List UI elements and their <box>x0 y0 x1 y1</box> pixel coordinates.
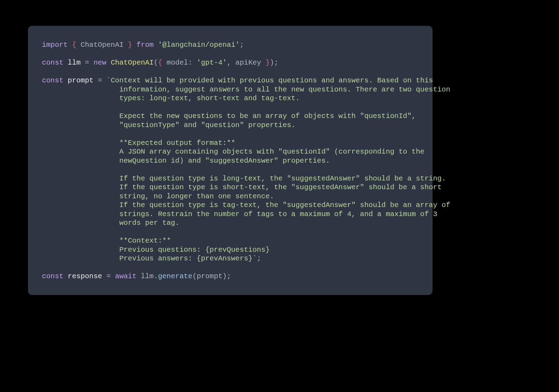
prompt-text: Expect the new questions to be an array … <box>42 112 416 120</box>
prompt-text: newQuestion id) and "suggestedAnswer" pr… <box>42 157 330 165</box>
kw-await: await <box>115 272 137 280</box>
prop-model: model <box>167 59 188 67</box>
prompt-text: **Expected output format:** <box>42 139 235 147</box>
code-line: const llm = new ChatOpenAI({ model: 'gpt… <box>42 59 278 67</box>
code-panel: import { ChatOpenAI } from '@langchain/o… <box>28 26 433 295</box>
prompt-text: strings. Restrain the number of tags to … <box>42 210 437 218</box>
op-eq: = <box>107 272 111 280</box>
brace-close: } <box>128 41 132 49</box>
kw-import: import <box>42 41 68 49</box>
var-llm: llm <box>68 59 81 67</box>
colon: : <box>188 59 192 67</box>
lparen: ( <box>193 272 197 280</box>
brace-open: { <box>72 41 76 49</box>
semicolon: ; <box>257 254 261 262</box>
import-name: ChatOpenAI <box>81 41 124 49</box>
prop-apikey: apiKey <box>235 59 261 67</box>
kw-from: from <box>137 41 154 49</box>
code-line: Previous answers: {prevAnswers}`; <box>42 254 261 262</box>
obj-llm: llm <box>141 272 154 280</box>
prompt-text: Previous questions: {prevQuestions} <box>42 246 270 254</box>
lparen: ( <box>154 59 158 67</box>
prompt-text: **Context:** <box>42 237 171 245</box>
prompt-text: words per tag. <box>42 219 180 227</box>
arg-prompt: prompt <box>197 272 223 280</box>
prompt-text: information, suggest answers to all the … <box>42 86 450 94</box>
semicolon: ; <box>274 59 278 67</box>
backtick-close: ` <box>253 254 257 262</box>
semicolon: ; <box>240 41 244 49</box>
code-line: import { ChatOpenAI } from '@langchain/o… <box>42 41 244 49</box>
prompt-text: If the question type is long-text, the "… <box>42 175 446 183</box>
semicolon: ; <box>227 272 231 280</box>
prompt-text: If the question type is short-text, the … <box>42 183 442 191</box>
var-prompt: prompt <box>68 76 94 84</box>
code-line: const prompt = `Context will be provided… <box>42 76 433 84</box>
var-response: response <box>68 272 102 280</box>
prompt-text: If the question type is tag-text, the "s… <box>42 201 450 209</box>
code-block: import { ChatOpenAI } from '@langchain/o… <box>42 40 419 281</box>
str-gpt4: 'gpt-4' <box>197 59 227 67</box>
kw-const: const <box>42 76 64 84</box>
prompt-text: string, no longer than one sentence. <box>42 192 274 200</box>
rparen: ) <box>270 59 274 67</box>
prompt-text: Context will be provided with previous q… <box>111 76 433 84</box>
dot: . <box>154 272 158 280</box>
code-line: const response = await llm.generate(prom… <box>42 272 231 280</box>
module-string: '@langchain/openai' <box>158 41 240 49</box>
brace-open: { <box>158 59 162 67</box>
prompt-text: "questionType" and "question" properties… <box>42 121 296 129</box>
fn-generate: generate <box>158 272 192 280</box>
brace-close: } <box>266 59 270 67</box>
class-chatopenai: ChatOpenAI <box>111 59 154 67</box>
op-eq: = <box>85 59 89 67</box>
kw-const: const <box>42 272 64 280</box>
kw-const: const <box>42 59 64 67</box>
op-eq: = <box>98 76 102 84</box>
rparen: ) <box>223 272 227 280</box>
prompt-text: A JSON array containing objects with "qu… <box>42 148 424 156</box>
backtick-open: ` <box>107 76 111 84</box>
prompt-text: types: long-text, short-text and tag-tex… <box>42 94 300 102</box>
prompt-text: Previous answers: {prevAnswers} <box>42 254 253 262</box>
comma: , <box>227 59 231 67</box>
kw-new: new <box>94 59 107 67</box>
